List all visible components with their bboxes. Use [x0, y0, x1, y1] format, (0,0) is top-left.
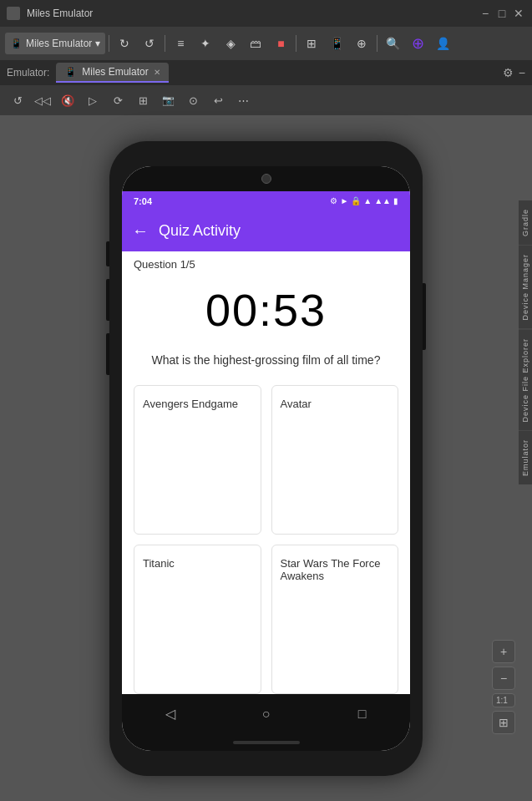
app-title: Quiz Activity [159, 222, 241, 240]
more-button[interactable]: ⋯ [232, 89, 254, 111]
sync-button[interactable]: ↻ [113, 32, 136, 55]
tab-bar: Emulator: 📱 Miles Emulator ✕ ⚙ − [0, 60, 532, 85]
bottom-speaker [122, 734, 410, 751]
lock-status-icon: 🔒 [351, 196, 361, 205]
question-counter: Question 1/5 [122, 251, 410, 271]
snap-button[interactable]: ⊞ [492, 711, 515, 734]
account-button[interactable]: 👤 [431, 32, 454, 55]
tab-bar-left: Emulator: 📱 Miles Emulator ✕ [7, 63, 169, 83]
settings-icon[interactable]: ⚙ [503, 66, 514, 79]
emulator-dropdown[interactable]: 📱 Miles Emulator ▾ [5, 33, 105, 54]
answer-d-text: Star Wars The Force Awakens [281, 557, 390, 582]
database-inspector-button[interactable]: 🗃 [244, 32, 267, 55]
title-bar-left: Miles Emulator [7, 7, 93, 20]
tab-bar-right: ⚙ − [503, 66, 525, 79]
record-button[interactable]: ⊙ [182, 89, 204, 111]
volume-down-physical [106, 333, 109, 375]
toolbar-separator-4 [377, 35, 377, 52]
nav-back-button[interactable]: ◁ [154, 697, 187, 731]
status-icons: ⚙ ► 🔒 ▲ ▲▲ ▮ [330, 196, 398, 205]
layout-inspector-button[interactable]: ⊞ [300, 32, 323, 55]
app-content: Question 1/5 00:53 What is the highest-g… [122, 251, 410, 694]
phone-screen: 7:04 ⚙ ► 🔒 ▲ ▲▲ ▮ ← Quiz Activity Questi… [122, 166, 410, 751]
title-bar: Miles Emulator − □ ✕ [0, 0, 532, 27]
emulator-dropdown-icon: 📱 [10, 38, 23, 49]
answer-a-text: Avengers Endgame [143, 398, 238, 410]
tab-label: Miles Emulator [82, 66, 148, 78]
zoom-out-button[interactable]: − [492, 667, 515, 690]
rotate-button[interactable]: ↺ [7, 89, 28, 111]
camera-bar [122, 166, 410, 191]
device-toolbar: ↺ ◁◁ 🔇 ▷ ⟳ ⊞ 📷 ⊙ ↩ ⋯ [0, 85, 532, 115]
resync-button[interactable]: ↺ [138, 32, 161, 55]
phone-device: 7:04 ⚙ ► 🔒 ▲ ▲▲ ▮ ← Quiz Activity Questi… [109, 141, 423, 776]
zoom-in-button[interactable]: + [492, 640, 515, 663]
side-panel-labels: Gradle Device Manager Device File Explor… [519, 200, 532, 485]
emulator-panel-tab[interactable]: Emulator [519, 431, 532, 485]
answer-c[interactable]: Titanic [134, 545, 261, 694]
toolbar-separator-1 [109, 35, 109, 52]
stop-button[interactable]: ■ [269, 32, 292, 55]
emulator-dropdown-arrow: ▾ [95, 38, 100, 49]
front-camera [261, 174, 271, 184]
profiler-button[interactable]: ◈ [219, 32, 242, 55]
tab-close-icon[interactable]: ✕ [154, 68, 160, 77]
nav-home-icon: ○ [262, 707, 271, 722]
speaker-grille [233, 741, 300, 744]
sdk-manager-button[interactable]: ✦ [194, 32, 217, 55]
ratio-badge[interactable]: 1:1 [492, 693, 515, 707]
screenshot-button[interactable]: 📷 [157, 89, 179, 111]
app-header: ← Quiz Activity [122, 211, 410, 251]
back-button[interactable]: ← [132, 221, 149, 241]
avd-manager-button[interactable]: ≡ [169, 32, 192, 55]
title-bar-title: Miles Emulator [27, 8, 93, 19]
mute-button[interactable]: 🔇 [57, 89, 79, 111]
status-time: 7:04 [134, 196, 152, 206]
status-bar: 7:04 ⚙ ► 🔒 ▲ ▲▲ ▮ [122, 191, 410, 211]
bottom-nav: ◁ ○ □ [122, 694, 410, 734]
emulator-dropdown-label: Miles Emulator [26, 38, 92, 49]
app-logo-icon [7, 7, 20, 20]
device-manager-panel-tab[interactable]: Device Manager [519, 246, 532, 330]
title-bar-controls: − □ ✕ [479, 7, 525, 20]
minimize-button[interactable]: − [479, 7, 492, 20]
timer-display: 00:53 [122, 271, 410, 352]
location-status-icon: ► [340, 196, 348, 205]
volume-up-physical [106, 279, 109, 321]
wifi-icon: ▲ [363, 196, 372, 205]
answers-grid: Avengers Endgame Avatar Titanic Star War… [122, 385, 410, 693]
answer-b[interactable]: Avatar [271, 385, 399, 535]
wake-button[interactable]: ⟳ [107, 89, 129, 111]
device-file-explorer-tab[interactable]: Device File Explorer [519, 330, 532, 432]
emulator-tab[interactable]: 📱 Miles Emulator ✕ [56, 63, 168, 83]
device-mirror-button[interactable]: 📱 [325, 32, 348, 55]
toolbar-separator-3 [296, 35, 296, 52]
emulator-label: Emulator: [7, 67, 49, 79]
settings-status-icon: ⚙ [330, 196, 337, 205]
nav-home-button[interactable]: ○ [250, 697, 283, 731]
answer-a[interactable]: Avengers Endgame [134, 385, 261, 535]
answer-b-text: Avatar [281, 398, 312, 410]
undo-button[interactable]: ↩ [207, 89, 229, 111]
side-tools: + − 1:1 ⊞ [492, 640, 515, 734]
signal-icon: ▲▲ [374, 196, 391, 205]
main-content: 7:04 ⚙ ► 🔒 ▲ ▲▲ ▮ ← Quiz Activity Questi… [0, 115, 532, 801]
add-button[interactable]: ⊕ [406, 32, 429, 55]
close-button[interactable]: ✕ [512, 7, 525, 20]
collapse-icon[interactable]: − [519, 66, 525, 79]
tab-icon: 📱 [64, 66, 77, 78]
answer-d[interactable]: Star Wars The Force Awakens [271, 545, 399, 694]
app-quality-button[interactable]: ⊕ [350, 32, 373, 55]
gradle-panel-tab[interactable]: Gradle [519, 200, 532, 246]
search-button[interactable]: 🔍 [381, 32, 404, 55]
maximize-button[interactable]: □ [495, 7, 509, 20]
question-text: What is the highest-grossing film of all… [122, 352, 410, 386]
volume-down-button[interactable]: ◁◁ [32, 89, 53, 111]
fold-button[interactable]: ⊞ [132, 89, 154, 111]
answer-c-text: Titanic [143, 557, 175, 570]
toolbar-separator-2 [165, 35, 165, 52]
side-button-right [423, 283, 426, 350]
volume-up-button[interactable]: ▷ [82, 89, 104, 111]
nav-recents-button[interactable]: □ [346, 697, 379, 731]
nav-back-icon: ◁ [165, 706, 175, 722]
